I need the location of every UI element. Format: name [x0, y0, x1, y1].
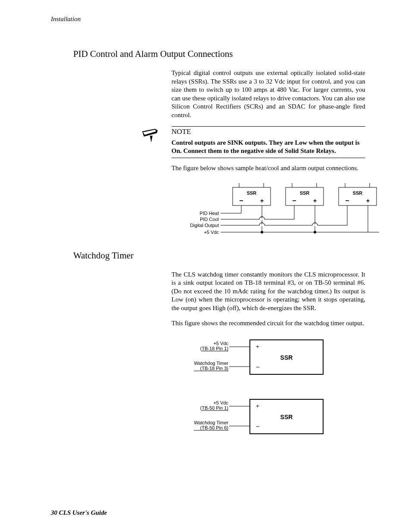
section2-para2: This figure shows the recommended circui…: [171, 319, 365, 328]
fig2b-top2: (TB-50 Pin 1): [200, 405, 228, 411]
note-block: NOTE Control outputs are SINK outputs. T…: [171, 126, 365, 158]
fig1-row4: +5 Vdc: [204, 230, 219, 235]
note-body: Control outputs are SINK outputs. They a…: [171, 139, 365, 155]
figure2a: SSR + − +5 Vdc (TB-18 Pin 1) Watchdog Ti…: [164, 335, 388, 382]
fig1-ssr1-plus: +: [260, 197, 264, 204]
fig1-ssr3-plus: +: [366, 197, 370, 204]
fig2b-bot2: (TB-50 Pin 6): [200, 425, 228, 430]
fig2a-bot2: (TB-18 Pin 3): [200, 366, 228, 371]
running-head: Installation: [51, 16, 364, 23]
section1-para1: Typical digital control outputs use exte…: [171, 69, 365, 119]
figure1: SSR SSR SSR − + − + − + PID Heat PID Coo…: [164, 180, 388, 240]
fig2a-plus: +: [256, 343, 259, 350]
fig2b-ssr: SSR: [280, 414, 293, 420]
svg-rect-19: [259, 218, 265, 220]
fig2b-plus: +: [256, 403, 259, 409]
fig1-row1: PID Heat: [199, 211, 219, 216]
fig1-ssr2-label: SSR: [300, 190, 310, 196]
figure1-caption: The figure below shows sample heat/cool …: [171, 164, 365, 173]
note-label: NOTE: [171, 128, 365, 136]
fig1-ssr3-minus: −: [345, 197, 349, 204]
fig1-row2: PID Cool: [200, 217, 219, 222]
fig2a-top2: (TB-18 Pin 1): [200, 346, 228, 351]
section1-body: Typical digital control outputs use exte…: [171, 69, 365, 119]
fig2b-top1: +5 Vdc: [213, 400, 228, 405]
fig1-ssr2-plus: +: [313, 197, 317, 204]
fig2a-minus: −: [256, 363, 260, 370]
note-rule-bottom: [171, 158, 365, 158]
fig1-ssr3-label: SSR: [353, 190, 363, 196]
section-title-pid: PID Control and Alarm Output Connections: [73, 49, 364, 59]
page: Installation PID Control and Alarm Outpu…: [0, 0, 411, 532]
section2-body: The CLS watchdog timer constantly monito…: [171, 271, 365, 328]
fig2b-minus: −: [256, 423, 260, 430]
section2-para1: The CLS watchdog timer constantly monito…: [171, 271, 365, 313]
section-title-watchdog: Watchdog Timer: [73, 250, 364, 261]
fig1-ssr2-minus: −: [292, 197, 296, 204]
fig2a-top1: +5 Vdc: [213, 341, 228, 346]
fig2a-ssr: SSR: [280, 354, 293, 361]
fig2a-bot1: Watchdog Timer: [194, 361, 228, 366]
fig1-ssr1-minus: −: [239, 197, 243, 204]
pen-icon: [140, 127, 165, 143]
figure1-caption-wrap: The figure below shows sample heat/cool …: [171, 164, 365, 173]
page-footer: 30 CLS User's Guide: [51, 509, 107, 516]
fig1-ssr1-label: SSR: [247, 190, 257, 196]
fig1-row3: Digital Output: [190, 223, 219, 228]
svg-rect-20: [259, 224, 265, 226]
svg-point-22: [261, 231, 263, 233]
figure2b: SSR + − +5 Vdc (TB-50 Pin 1) Watchdog Ti…: [164, 394, 388, 442]
fig2b-bot1: Watchdog Timer: [194, 420, 228, 425]
svg-rect-21: [312, 224, 318, 226]
note-rule-top: [171, 126, 365, 127]
svg-point-23: [314, 231, 316, 233]
